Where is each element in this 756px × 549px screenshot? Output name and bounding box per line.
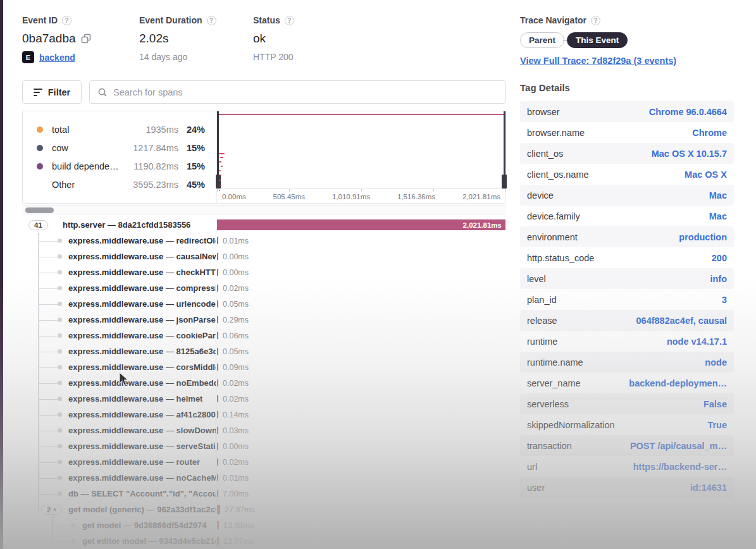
legend-item[interactable]: Other3595.23ms45%: [37, 175, 205, 194]
legend-item[interactable]: cow1217.84ms15%: [37, 139, 205, 157]
help-icon[interactable]: ?: [285, 16, 294, 25]
tag-value-link[interactable]: 064f882ac4ef, causal: [636, 316, 728, 326]
view-full-trace-link[interactable]: View Full Trace: 7d82f29a (3 events): [520, 56, 676, 66]
span-tree-row[interactable]: express.middleware.use — af41c2800e0.14m…: [22, 407, 506, 423]
tag-value-link[interactable]: node v14.17.1: [667, 336, 727, 347]
span-duration-label: 0.02ms: [223, 458, 249, 467]
span-duration-bar: [217, 379, 218, 386]
selection-right-edge[interactable]: [504, 111, 505, 188]
tag-value-link[interactable]: https://backend-ser…: [633, 462, 727, 472]
scrollbar-thumb[interactable]: [25, 207, 54, 213]
tag-value-link[interactable]: backend-deploymen…: [629, 378, 727, 388]
span-operation-name: express.middleware.use: [68, 394, 163, 404]
span-operation-name: express.middleware.use: [68, 457, 163, 467]
tag-value-link[interactable]: False: [703, 399, 727, 409]
span-tree-row[interactable]: express.middleware.use — redirectOldD0.0…: [22, 233, 506, 249]
selection-left-edge[interactable]: [217, 111, 219, 188]
collapse-children-badge[interactable]: 2∧: [41, 505, 62, 515]
span-name-cell: db — SELECT "Account"."id", "Account"."p: [22, 486, 216, 502]
tree-branch-line: [38, 367, 59, 369]
tree-branch-line: [38, 320, 59, 321]
span-tree-row[interactable]: express.middleware.use — checkHTTPN0.00m…: [22, 264, 506, 280]
span-duration-bar[interactable]: 2,021.81ms: [217, 219, 505, 230]
legend-item-name: build depende…: [52, 161, 124, 171]
legend-item[interactable]: total1935ms24%: [37, 120, 205, 139]
project-link[interactable]: backend: [39, 52, 75, 63]
tree-node-dot: [58, 428, 62, 433]
span-count-badge[interactable]: 41: [28, 220, 48, 230]
tag-row: runtime.namenode: [520, 352, 734, 373]
span-name-cell: express.middleware.use — router: [22, 454, 216, 470]
span-id-suffix: redirectOldD: [177, 236, 216, 245]
span-tree-row[interactable]: express.middleware.use — helmet0.02ms: [22, 391, 506, 407]
span-tree-row[interactable]: express.middleware.use — urlencodedP0.05…: [22, 296, 506, 312]
tag-value-link[interactable]: Mac: [709, 211, 727, 221]
legend-color-dot: [37, 163, 43, 170]
span-operation-name: express.middleware.use: [68, 283, 163, 293]
search-input[interactable]: [113, 87, 498, 97]
tag-value-link[interactable]: production: [679, 232, 727, 242]
help-icon[interactable]: ?: [207, 16, 216, 25]
span-duration-cell: 0.06ms: [216, 328, 506, 343]
span-duration-bar: [217, 411, 218, 418]
span-tree-row[interactable]: express.middleware.use — cookieParse0.06…: [22, 328, 506, 343]
search-bar[interactable]: [89, 80, 506, 104]
tag-value-link[interactable]: Mac OS X: [685, 170, 727, 180]
span-id-suffix: 8125a6e3cb: [177, 347, 216, 356]
tag-value-link[interactable]: 200: [712, 253, 727, 263]
tag-value-link[interactable]: POST /api/causal_m…: [630, 441, 727, 451]
horizontal-scrollbar[interactable]: [22, 205, 506, 214]
tag-key: device.family: [527, 211, 580, 221]
span-tree-row[interactable]: express.middleware.use — serveStatic0.00…: [22, 438, 506, 454]
span-tree-row[interactable]: get model — 9d36866df54d297413.93ms: [22, 517, 506, 533]
span-name-separator: —: [163, 252, 176, 261]
span-operation-name: express.middleware.use: [68, 268, 163, 277]
tag-value-link[interactable]: 3: [722, 295, 727, 305]
legend-item-percent: 15%: [178, 161, 205, 171]
tag-value-link[interactable]: Mac OS X 10.15.7: [652, 149, 727, 159]
this-event-pill[interactable]: This Event: [567, 32, 628, 48]
span-duration-label: 27.37ms: [225, 505, 255, 514]
span-description: get editor model — 9343d4e5cb21c: [22, 536, 216, 546]
span-tree-row[interactable]: express.middleware.use — router0.02ms: [22, 454, 506, 470]
minimap-plot[interactable]: [217, 111, 505, 188]
span-tree-row[interactable]: express.middleware.use — 8125a6e3cb0.05m…: [22, 343, 506, 359]
tag-value-link[interactable]: info: [710, 274, 727, 284]
span-operation-name: get model (generic): [68, 505, 144, 514]
chevron-up-icon: ∧: [53, 507, 56, 512]
legend-item[interactable]: build depende…1190.82ms15%: [37, 157, 205, 175]
span-tree-row[interactable]: express.middleware.use — noEmbeddir0.02m…: [22, 375, 506, 391]
span-duration-cell: 0.05ms: [216, 296, 506, 312]
help-icon[interactable]: ?: [62, 16, 71, 25]
selection-right-handle[interactable]: [502, 175, 507, 188]
tag-key: browser: [527, 107, 560, 117]
parent-pill[interactable]: Parent: [520, 32, 564, 48]
tree-trunk-line: [38, 502, 39, 510]
help-icon[interactable]: ?: [591, 16, 600, 25]
span-name-separator: —: [163, 457, 176, 467]
span-tree-row[interactable]: express.middleware.use — causalNewD0.00m…: [22, 249, 506, 264]
span-tree-row[interactable]: express.middleware.use — noCacheMic0.01m…: [22, 470, 506, 486]
span-tree-row[interactable]: db — SELECT "Account"."id", "Account"."p…: [22, 486, 506, 502]
span-tree-row[interactable]: get editor model — 9343d4e5cb21c13.07ms: [22, 533, 506, 549]
tag-value-link[interactable]: Chrome 96.0.4664: [649, 107, 727, 117]
filter-button[interactable]: Filter: [22, 80, 82, 104]
tag-value-link[interactable]: Chrome: [692, 128, 727, 138]
minimap-chart[interactable]: 0.00ms505.45ms1,010.91ms1,516.36ms2,021.…: [216, 111, 505, 203]
span-tree-row[interactable]: express.middleware.use — jsonParser0.29m…: [22, 312, 506, 328]
tag-value-link[interactable]: node: [705, 357, 727, 367]
span-tree-row[interactable]: express.middleware.use — corsMiddlew0.09…: [22, 359, 506, 375]
span-tree-row[interactable]: express.middleware.use — slowDownS0.03ms: [22, 423, 506, 438]
span-name-separator: —: [163, 378, 176, 388]
tag-value-link[interactable]: True: [707, 420, 727, 430]
copy-icon[interactable]: [81, 34, 91, 44]
span-tree-row[interactable]: 41http.server — 8da21cfdd15835562,021.81…: [22, 217, 506, 233]
tag-value-link[interactable]: id:14631: [690, 483, 727, 493]
tag-value-link[interactable]: Mac: [709, 190, 727, 200]
tag-row: userid:14631: [520, 477, 734, 498]
span-tree-row[interactable]: express.middleware.use — compressior0.02…: [22, 280, 506, 296]
span-tree-row[interactable]: 2∧get model (generic) — 962a33df1ac2c627…: [22, 502, 506, 517]
selection-left-handle[interactable]: [216, 175, 221, 188]
tag-key: client_os.name: [527, 170, 589, 180]
event-id-value: 0ba7adba: [22, 32, 76, 46]
